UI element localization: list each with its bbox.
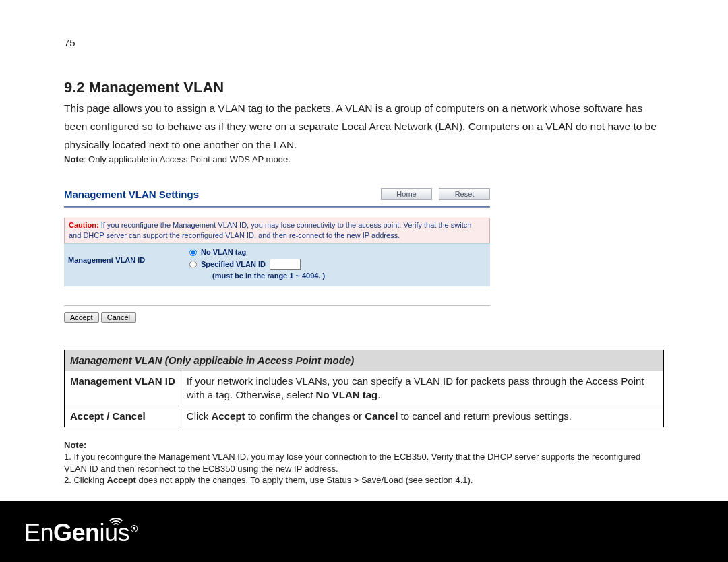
vlan-id-input[interactable] xyxy=(270,259,301,270)
page-number: 75 xyxy=(64,37,664,49)
table-row: Management VLAN ID If your network inclu… xyxy=(65,371,664,406)
footnote-1: 1. If you reconfigure the Management VLA… xyxy=(64,451,664,474)
table-header: Management VLAN (Only applicable in Acce… xyxy=(65,350,664,371)
row-label: Accept / Cancel xyxy=(65,406,181,427)
no-vlan-radio[interactable] xyxy=(189,249,197,256)
settings-divider xyxy=(64,206,490,208)
row-label: Management VLAN ID xyxy=(65,371,181,406)
home-button[interactable]: Home xyxy=(381,188,432,200)
accept-button[interactable]: Accept xyxy=(64,312,99,323)
settings-panel: Management VLAN Settings Home Reset Caut… xyxy=(64,188,490,322)
section-heading: 9.2 Management VLAN xyxy=(64,79,664,96)
reset-button[interactable]: Reset xyxy=(439,188,490,200)
no-vlan-label: No VLAN tag xyxy=(201,247,246,259)
vlan-range-hint: (must be in the range 1 ~ 4094. ) xyxy=(212,270,325,282)
caution-label: Caution: xyxy=(69,221,99,229)
note-label: Note xyxy=(64,154,84,164)
cancel-button[interactable]: Cancel xyxy=(101,312,136,323)
footnotes: Note: 1. If you reconfigure the Manageme… xyxy=(64,439,664,487)
note-text: : Only applicable in Access Point and WD… xyxy=(84,154,291,164)
footnote-label: Note: xyxy=(64,439,664,451)
specified-vlan-radio[interactable] xyxy=(189,261,197,268)
specified-vlan-label: Specified VLAN ID xyxy=(201,259,266,271)
horizontal-rule xyxy=(64,305,490,306)
engenius-logo: EnGenius® xyxy=(24,519,138,547)
wifi-icon xyxy=(104,516,125,527)
row-desc: Click Accept to confirm the changes or C… xyxy=(181,406,663,427)
description-table: Management VLAN (Only applicable in Acce… xyxy=(64,350,664,427)
vlan-id-row: Management VLAN ID No VLAN tag Specified… xyxy=(64,243,490,286)
footnote-2: 2. Clicking Accept does not apply the ch… xyxy=(64,474,664,487)
caution-text: If you reconfigure the Management VLAN I… xyxy=(69,221,471,239)
settings-title: Management VLAN Settings xyxy=(64,189,381,200)
footer-bar: EnGenius® xyxy=(0,501,728,562)
row-desc: If your network includes VLANs, you can … xyxy=(181,371,663,406)
vlan-id-label: Management VLAN ID xyxy=(64,244,187,286)
table-row: Accept / Cancel Click Accept to confirm … xyxy=(65,406,664,427)
applicability-note: Note: Only applicable in Access Point an… xyxy=(64,154,664,164)
intro-paragraph: This page allows you to assign a VLAN ta… xyxy=(64,99,664,154)
caution-box: Caution: If you reconfigure the Manageme… xyxy=(64,218,490,243)
